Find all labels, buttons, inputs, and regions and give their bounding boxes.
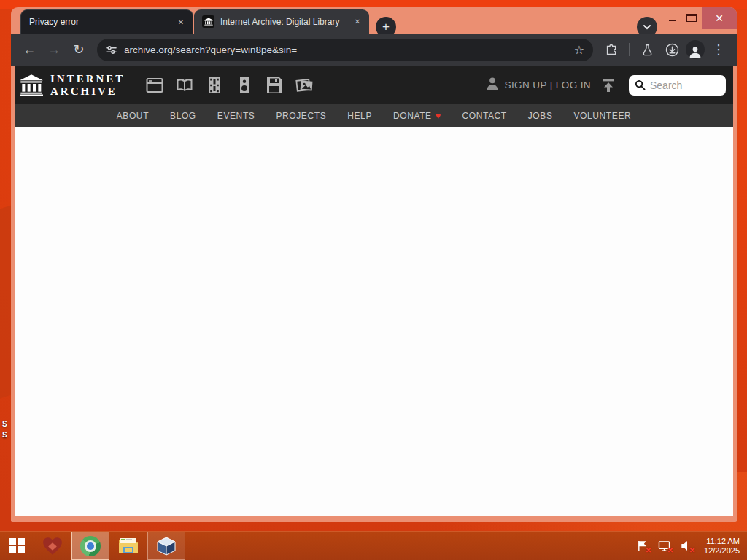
- tab-close-icon[interactable]: ✕: [352, 16, 363, 28]
- archive-header: INTERNET ARCHIVE: [15, 66, 733, 104]
- search-input[interactable]: [650, 79, 720, 91]
- archive-header-right: SIGN UP | LOG IN: [484, 75, 726, 96]
- page-content: INTERNET ARCHIVE: [15, 66, 733, 516]
- heart-icon: ♥: [436, 111, 441, 121]
- desktop-icon-label-fragment: S: [2, 420, 7, 428]
- maximize-button[interactable]: [686, 14, 697, 22]
- taskbar: ✕ ✕ ✕ 11:12 AM 12/2/2025: [0, 531, 747, 560]
- network-disconnected-icon[interactable]: ✕: [657, 540, 670, 553]
- back-button[interactable]: ←: [18, 39, 40, 61]
- minimize-button[interactable]: [666, 14, 679, 27]
- clock-time: 11:12 AM: [704, 537, 740, 546]
- taskbar-file-explorer[interactable]: [109, 532, 147, 560]
- address-bar[interactable]: archive.org/search?query=win8pe&sin= ☆: [97, 39, 593, 61]
- browser-menu-button[interactable]: ⋮: [708, 39, 729, 61]
- texts-icon[interactable]: [175, 77, 194, 94]
- close-window-button[interactable]: ✕: [702, 7, 737, 29]
- browser-toolbar: ← → ↻ archive.org/search?query=win8pe&si…: [11, 34, 737, 66]
- forward-button[interactable]: →: [43, 39, 65, 61]
- video-icon[interactable]: [205, 77, 224, 94]
- software-icon[interactable]: [265, 77, 284, 94]
- archive-results-area: [15, 127, 733, 516]
- taskbar-clock[interactable]: 11:12 AM 12/2/2025: [701, 537, 740, 556]
- windows-logo-icon: [9, 538, 25, 554]
- archive-logo[interactable]: INTERNET ARCHIVE: [20, 73, 125, 97]
- nav-jobs[interactable]: JOBS: [528, 111, 553, 121]
- heart-app-icon: [42, 537, 63, 556]
- action-center-alert-icon[interactable]: ✕: [635, 540, 649, 553]
- file-explorer-icon: [117, 537, 139, 556]
- tab-privacy-error[interactable]: Privacy error ✕: [20, 9, 193, 34]
- downloads-button[interactable]: [661, 39, 683, 61]
- nav-volunteer[interactable]: VOLUNTEER: [574, 111, 632, 121]
- taskbar-heart-app[interactable]: [34, 532, 71, 560]
- archive-building-icon: [20, 74, 43, 96]
- signup-login-link[interactable]: SIGN UP | LOG IN: [505, 79, 591, 90]
- nav-about[interactable]: ABOUT: [117, 111, 149, 121]
- reload-button[interactable]: ↻: [68, 39, 90, 61]
- taskbar-virtualbox[interactable]: [147, 532, 185, 560]
- system-tray: ✕ ✕ ✕ 11:12 AM 12/2/2025: [635, 532, 747, 560]
- upload-icon[interactable]: [601, 78, 616, 93]
- web-icon[interactable]: [145, 77, 164, 94]
- media-type-icons: [145, 77, 314, 94]
- nav-blog[interactable]: BLOG: [170, 111, 196, 121]
- tab-title: Privacy error: [29, 17, 175, 27]
- url-text[interactable]: archive.org/search?query=win8pe&sin=: [124, 44, 574, 55]
- taskbar-chrome[interactable]: [71, 532, 109, 560]
- experiments-flask-icon[interactable]: [636, 39, 658, 61]
- tab-close-icon[interactable]: ✕: [175, 16, 187, 28]
- site-settings-icon[interactable]: [106, 44, 117, 55]
- nav-donate[interactable]: DONATE♥: [393, 111, 441, 121]
- archive-favicon-icon: [202, 15, 214, 28]
- archive-navbar: ABOUT BLOG EVENTS PROJECTS HELP DONATE♥ …: [15, 104, 733, 127]
- bookmark-star-icon[interactable]: ☆: [574, 43, 584, 57]
- virtualbox-icon: [156, 536, 177, 556]
- nav-events[interactable]: EVENTS: [217, 111, 255, 121]
- audio-muted-icon[interactable]: ✕: [679, 540, 692, 553]
- chrome-icon: [80, 536, 101, 556]
- desktop-icon-label-fragment: S: [2, 431, 7, 439]
- browser-window: Privacy error ✕ Internet Archive: Digita…: [11, 7, 737, 522]
- tab-internet-archive[interactable]: Internet Archive: Digital Library ✕: [194, 9, 369, 34]
- archive-search-box[interactable]: [629, 75, 726, 96]
- archive-logotype: INTERNET ARCHIVE: [50, 73, 125, 97]
- clock-date: 12/2/2025: [704, 546, 740, 556]
- nav-projects[interactable]: PROJECTS: [276, 111, 326, 121]
- tab-title: Internet Archive: Digital Library: [220, 17, 352, 27]
- start-button[interactable]: [0, 532, 34, 560]
- user-icon: [484, 76, 500, 95]
- search-icon: [635, 79, 646, 90]
- nav-contact[interactable]: CONTACT: [462, 111, 506, 121]
- audio-icon[interactable]: [235, 77, 254, 94]
- extensions-icon[interactable]: [600, 39, 622, 61]
- profile-avatar[interactable]: [686, 40, 705, 59]
- tab-strip: Privacy error ✕ Internet Archive: Digita…: [11, 7, 737, 34]
- nav-help[interactable]: HELP: [347, 111, 372, 121]
- images-icon[interactable]: [295, 77, 314, 94]
- toolbar-divider: [629, 43, 630, 56]
